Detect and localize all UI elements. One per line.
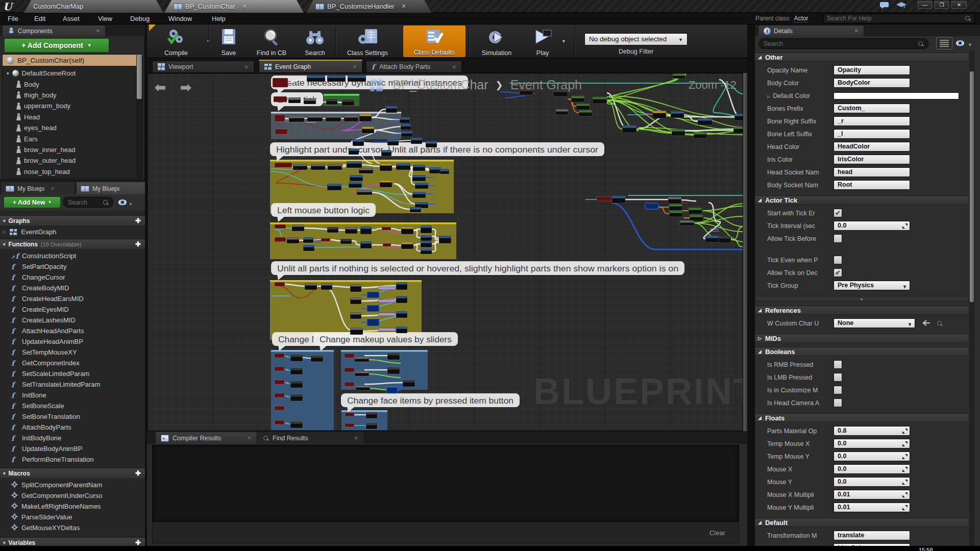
graph-tab-viewport[interactable]: Viewport✕	[152, 61, 254, 73]
macro-item[interactable]: GetMouseXYDeltas	[0, 522, 145, 533]
component-item[interactable]: eyes_head	[3, 122, 142, 133]
add-variable-button[interactable]: ✚	[135, 539, 141, 546]
function-item[interactable]: fAttachBodyParts	[0, 422, 145, 433]
toolbar-compile-button[interactable]: Compile	[148, 26, 204, 57]
details-section-references[interactable]: ◢References	[755, 306, 968, 315]
function-item[interactable]: fSetPartOpacity	[0, 261, 145, 272]
graph-item[interactable]: ▷EventGraph	[0, 227, 145, 237]
function-item[interactable]: fCreateLashesMID	[0, 315, 145, 325]
details-section-mids[interactable]: ▷MIDs	[755, 334, 968, 343]
details-section-other[interactable]: ◢Other	[755, 53, 968, 62]
my-blueprint-tab[interactable]: My Bluepı	[77, 182, 145, 195]
bottom-tab-compiler-results[interactable]: >_Compiler Results✕	[156, 432, 257, 444]
menu-help[interactable]: Help	[212, 13, 226, 24]
advanced-expander[interactable]: ▲	[755, 296, 968, 302]
property-number-input[interactable]: 0.0	[834, 221, 910, 231]
property-checkbox[interactable]	[834, 398, 842, 407]
graph-tab-event-graph[interactable]: Event Graph✕	[259, 60, 362, 73]
property-checkbox[interactable]	[834, 360, 842, 369]
toolbar-save-button[interactable]: Save	[212, 26, 246, 57]
property-text-input[interactable]: head	[834, 167, 910, 177]
close-button[interactable]: ✕	[951, 1, 967, 9]
function-item[interactable]: fSetBoneScale	[0, 400, 145, 411]
component-item[interactable]: Head	[3, 112, 142, 122]
function-item[interactable]: fAttachHeadAndParts	[0, 325, 145, 336]
function-item[interactable]: fInitBodyBone	[0, 433, 145, 443]
function-item[interactable]: fSetTranslateLimitedParam	[0, 379, 145, 390]
property-checkbox[interactable]: ✔	[834, 209, 842, 217]
function-item[interactable]: fInitBone	[0, 390, 145, 400]
function-item[interactable]: fSetBoneTranslation	[0, 411, 145, 422]
chat-icon[interactable]	[879, 2, 891, 9]
function-item[interactable]: fChangeCursor	[0, 272, 145, 283]
property-number-input[interactable]: 0.0	[834, 477, 910, 487]
asset-tab-BP_CustomizeHandler[interactable]: BP_CustomizeHandler✕	[306, 0, 431, 13]
menu-debug[interactable]: Debug	[130, 13, 150, 24]
details-section-actor-tick[interactable]: ◢Actor Tick	[755, 195, 968, 205]
property-checkbox[interactable]	[834, 234, 842, 243]
property-text-input[interactable]: translate	[834, 531, 910, 540]
function-item[interactable]: fPerformBoneTranslation	[0, 454, 145, 465]
help-search-input[interactable]: Search For Help	[823, 14, 974, 23]
function-item[interactable]: ➚fConstructionScript	[0, 251, 145, 261]
debug-object-dropdown[interactable]: No debug object selected	[584, 33, 688, 45]
toolbar-simulation-button[interactable]: Simulation	[472, 26, 521, 57]
property-number-input[interactable]: 0.0	[834, 452, 910, 461]
property-checkbox[interactable]	[834, 386, 842, 394]
macro-item[interactable]: GetComponentUnderCurso	[0, 490, 145, 501]
toolbar-find-in-cb-button[interactable]: Find in CB	[248, 26, 296, 57]
component-self-row[interactable]: BP_CustomChar(self)	[3, 55, 142, 66]
functions-section-header[interactable]: ▾Functions(19 Overridable)✚	[0, 239, 145, 249]
add-function-button[interactable]: ✚	[135, 240, 141, 248]
component-item[interactable]: Ears	[3, 133, 142, 144]
details-section-floats[interactable]: ◢Floats	[755, 413, 968, 422]
function-item[interactable]: fUpdateHeadAnimBP	[0, 336, 145, 347]
toolbar-class-settings-button[interactable]: Class Settings	[338, 26, 397, 57]
dropdown-caret[interactable]: ▼	[561, 39, 566, 44]
add-graph-button[interactable]: ✚	[135, 217, 141, 224]
function-item[interactable]: fCreateBodyMID	[0, 283, 145, 293]
toolbar-play-button[interactable]: Play	[526, 26, 559, 57]
property-text-input[interactable]: BodyColor	[834, 78, 910, 88]
restore-button[interactable]: ❐	[935, 1, 949, 9]
asset-tab-BP_CustomChar[interactable]: BP_CustomChar✕	[164, 0, 304, 13]
property-text-input[interactable]: Custom_	[834, 104, 910, 113]
add-new-button[interactable]: + Add New▼	[4, 196, 61, 208]
components-scrollbar[interactable]	[136, 55, 142, 178]
tutorial-cap-icon[interactable]	[896, 2, 907, 9]
property-text-input[interactable]: Opacity	[834, 65, 910, 75]
use-selected-icon[interactable]	[922, 319, 930, 328]
menu-edit[interactable]: Edit	[34, 13, 45, 24]
function-item[interactable]: fSetTempMouseXY	[0, 347, 145, 358]
menu-file[interactable]: File	[8, 13, 18, 24]
property-matrix-button[interactable]	[936, 37, 952, 49]
function-item[interactable]: fGetComponetIndex	[0, 358, 145, 368]
details-section-booleans[interactable]: ◢Booleans	[755, 347, 968, 356]
property-text-input[interactable]: HeadColor	[834, 142, 910, 152]
add-macro-button[interactable]: ✚	[135, 469, 141, 477]
property-text-input[interactable]: Root	[834, 180, 910, 190]
bottom-tab-find-results[interactable]: Find Results✕	[258, 432, 363, 444]
property-checkbox[interactable]	[834, 256, 842, 264]
property-number-input[interactable]: 0.8	[834, 426, 910, 436]
details-search-input[interactable]: Search	[759, 38, 928, 49]
my-blueprint-search-input[interactable]: Search	[63, 197, 113, 208]
macro-item[interactable]: MakeLeftRightBoneNames	[0, 501, 145, 512]
property-checkbox[interactable]: ✔	[834, 268, 842, 277]
macros-section-header[interactable]: ▾Macros✚	[0, 468, 145, 478]
asset-tab-CustomCharMap[interactable]: CustomCharMap	[24, 0, 163, 13]
parent-class-link[interactable]: Actor	[794, 15, 808, 22]
property-ref-dropdown[interactable]: None	[834, 318, 915, 328]
component-scene-root[interactable]: ▾DefaultSceneRoot	[3, 68, 142, 79]
property-text-input[interactable]: IrisColor	[834, 155, 910, 164]
add-component-button[interactable]: + Add Component▼	[4, 38, 109, 53]
graphs-section-header[interactable]: ▾Graphs✚	[0, 215, 145, 226]
my-blueprint-tab[interactable]: My Bluepı✕	[2, 182, 75, 195]
visibility-eye-icon[interactable]: ▼	[118, 198, 133, 208]
menu-view[interactable]: View	[98, 13, 112, 24]
property-checkbox[interactable]	[834, 373, 842, 382]
component-item[interactable]: nose_top_head	[3, 166, 142, 177]
toolbar-search-button[interactable]: Search	[297, 26, 333, 57]
details-tab[interactable]: i Details✕	[758, 25, 864, 36]
details-scrollbar[interactable]	[969, 51, 974, 546]
